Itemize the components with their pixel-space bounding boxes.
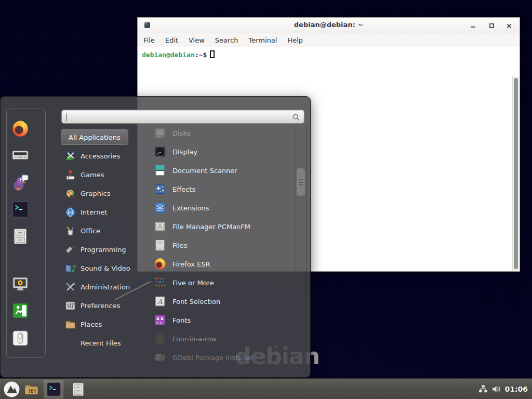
- app-item-document-scanner[interactable]: Document Scanner: [148, 161, 295, 180]
- app-item-disks[interactable]: Disks: [148, 124, 295, 142]
- volume-icon[interactable]: [491, 384, 501, 394]
- app-item-files[interactable]: Files: [148, 236, 295, 255]
- app-label: Extensions: [172, 204, 209, 212]
- search-input[interactable]: [61, 110, 304, 124]
- app-label: Document Scanner: [172, 167, 237, 175]
- games-icon: [65, 169, 76, 180]
- firefox-icon: [154, 258, 166, 270]
- menu-search[interactable]: Search: [215, 36, 238, 44]
- category-label: Graphics: [81, 190, 110, 197]
- app-label: Effects: [172, 185, 195, 193]
- terminal-titlebar[interactable]: debian@debian: ~: [138, 18, 520, 33]
- app-item-five-or-more[interactable]: Five or More: [148, 273, 295, 292]
- accessories-icon: [65, 151, 76, 162]
- effects-icon: [154, 183, 166, 195]
- close-button[interactable]: [505, 22, 513, 30]
- category-label: Internet: [81, 208, 108, 216]
- app-label: Fonts: [172, 316, 191, 324]
- preferences-icon: [65, 300, 76, 311]
- favorite-shutdown[interactable]: [11, 329, 29, 347]
- menu-terminal[interactable]: Terminal: [248, 36, 277, 44]
- shell-prompt: debian@debian:~$: [142, 51, 215, 59]
- app-item-font-selection[interactable]: AFont Selection: [148, 292, 295, 311]
- category-sound-video[interactable]: Sound & Video: [61, 259, 140, 277]
- app-item-file-manager-pcmanfm[interactable]: File Manager PCManFM: [148, 217, 295, 236]
- favorite-screensaver[interactable]: [11, 275, 29, 293]
- favorite-keyboard[interactable]: [11, 146, 29, 164]
- window-title: debian@debian: ~: [138, 21, 520, 29]
- network-icon[interactable]: [478, 384, 488, 394]
- pidgin-icon: [11, 174, 29, 192]
- category-label: Preferences: [81, 302, 120, 310]
- clock[interactable]: 01:06: [504, 385, 528, 393]
- menu-help[interactable]: Help: [287, 36, 303, 44]
- app-item-fonts[interactable]: a aa aFonts: [148, 311, 295, 329]
- category-accessories[interactable]: Accessories: [61, 147, 140, 165]
- category-places[interactable]: Places: [61, 315, 140, 334]
- menu-button-icon: [3, 381, 20, 398]
- five-or-more-icon: [154, 276, 166, 289]
- gdebi-icon: [154, 351, 166, 364]
- category-internet[interactable]: Internet: [61, 203, 140, 221]
- category-games[interactable]: Games: [61, 165, 140, 184]
- favorite-terminal[interactable]: [11, 201, 29, 218]
- app-item-four-in-a-row[interactable]: Four-in-a-row: [148, 329, 295, 348]
- file-cabinet-icon: [71, 382, 86, 397]
- terminal-scrollbar-thumb[interactable]: [514, 78, 518, 269]
- app-item-firefox-esr[interactable]: Firefox ESR: [148, 255, 295, 273]
- keyboard-icon: [11, 146, 29, 164]
- internet-globe-icon: [65, 207, 76, 218]
- category-all-applications[interactable]: All Applications: [61, 129, 128, 145]
- menu-view[interactable]: View: [189, 36, 205, 44]
- svg-text:a a: a a: [156, 316, 164, 321]
- category-graphics[interactable]: Graphics: [61, 184, 140, 203]
- category-recent-files[interactable]: Recent Files: [61, 334, 140, 352]
- category-label: Games: [81, 171, 104, 179]
- app-label: Disks: [172, 129, 191, 137]
- app-label: Five or More: [172, 279, 214, 287]
- terminal-cursor: [210, 50, 215, 58]
- taskbar-file-manager-button[interactable]: [D]: [21, 380, 41, 398]
- category-preferences[interactable]: Preferences: [61, 296, 140, 315]
- svg-text:a a: a a: [156, 321, 162, 325]
- favorite-pidgin[interactable]: [11, 174, 29, 192]
- taskbar: [D] 01:06: [0, 378, 532, 399]
- taskbar-terminal-button[interactable]: [44, 380, 63, 398]
- category-office[interactable]: Office: [61, 221, 140, 240]
- terminal-menubar: File Edit View Search Terminal Help: [138, 33, 520, 47]
- app-label: File Manager PCManFM: [172, 223, 250, 231]
- app-label: Files: [172, 242, 188, 249]
- office-icon: [65, 225, 76, 236]
- maximize-button[interactable]: [487, 22, 496, 30]
- fonts-icon: a aa a: [154, 314, 166, 326]
- sound-video-icon: [65, 263, 76, 274]
- favorite-files[interactable]: [11, 228, 29, 245]
- menu-scrollbar[interactable]: [295, 125, 307, 374]
- category-programming[interactable]: Programming: [61, 240, 140, 259]
- menu-file[interactable]: File: [143, 36, 155, 44]
- category-label: All Applications: [69, 134, 121, 141]
- taskbar-menu-button[interactable]: [2, 380, 21, 398]
- app-item-effects[interactable]: Effects: [148, 180, 295, 198]
- extensions-icon: [154, 202, 166, 214]
- logout-icon: [11, 302, 29, 320]
- document-scanner-icon: [154, 164, 166, 177]
- taskbar-files-button[interactable]: [68, 380, 88, 398]
- search-icon: [291, 113, 300, 122]
- terminal-scrollbar[interactable]: [512, 76, 519, 271]
- favorite-firefox[interactable]: [11, 120, 29, 138]
- menu-edit[interactable]: Edit: [165, 36, 178, 44]
- text-caret: [66, 113, 67, 121]
- app-item-extensions[interactable]: Extensions: [148, 198, 295, 217]
- app-item-display[interactable]: Display: [148, 142, 295, 161]
- application-list: Disks Display Document Scanner Effects E…: [148, 124, 295, 367]
- minimize-button[interactable]: [469, 22, 477, 30]
- shutdown-icon: [11, 329, 29, 347]
- app-item-gdebi[interactable]: GDebi Package Installer: [148, 348, 295, 367]
- favorite-logout[interactable]: [11, 302, 29, 320]
- app-label: Firefox ESR: [172, 260, 210, 268]
- menu-scrollbar-thumb[interactable]: [296, 168, 305, 196]
- category-label: Programming: [81, 246, 126, 254]
- file-manager-icon: [154, 220, 166, 233]
- svg-text:A: A: [157, 298, 163, 305]
